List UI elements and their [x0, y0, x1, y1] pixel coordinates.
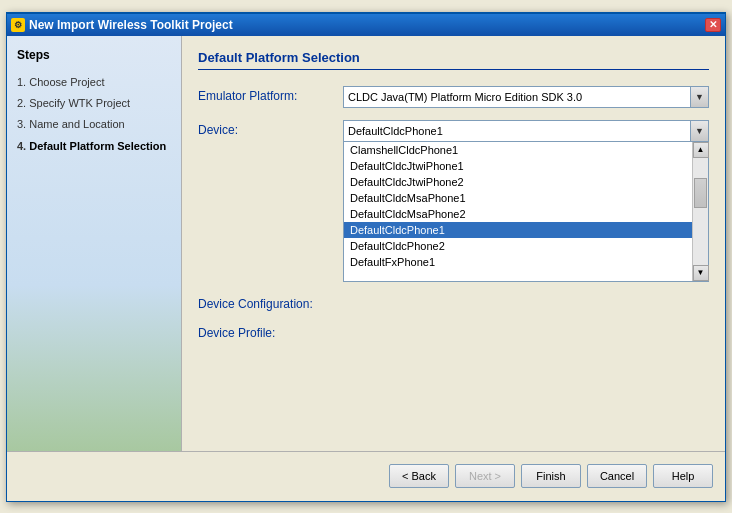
- list-item[interactable]: ClamshellCldcPhone1: [344, 142, 692, 158]
- bottom-bar: < Back Next > Finish Cancel Help: [7, 451, 725, 501]
- device-config-row: Device Configuration:: [198, 294, 709, 311]
- window-icon: ⚙: [11, 18, 25, 32]
- device-dropdown[interactable]: DefaultCldcPhone1 ▼: [343, 120, 709, 142]
- emulator-platform-control: CLDC Java(TM) Platform Micro Edition SDK…: [343, 86, 709, 108]
- title-bar: ⚙ New Import Wireless Toolkit Project ✕: [7, 14, 725, 36]
- scroll-thumb[interactable]: [694, 178, 707, 208]
- title-bar-left: ⚙ New Import Wireless Toolkit Project: [11, 18, 233, 32]
- device-profile-row: Device Profile:: [198, 323, 709, 340]
- device-dropdown-container: DefaultCldcPhone1 ▼ ClamshellCldcPhone1D…: [343, 120, 709, 282]
- step-4: 4. Default Platform Selection: [17, 136, 171, 157]
- device-dropdown-arrow: ▼: [690, 121, 708, 141]
- emulator-platform-row: Emulator Platform: CLDC Java(TM) Platfor…: [198, 86, 709, 108]
- list-item[interactable]: DefaultCldcMsaPhone1: [344, 190, 692, 206]
- scroll-down-button[interactable]: ▼: [693, 265, 709, 281]
- cancel-button[interactable]: Cancel: [587, 464, 647, 488]
- next-button[interactable]: Next >: [455, 464, 515, 488]
- main-window: ⚙ New Import Wireless Toolkit Project ✕ …: [6, 12, 726, 502]
- device-list: ClamshellCldcPhone1DefaultCldcJtwiPhone1…: [344, 142, 692, 281]
- device-row: Device: DefaultCldcPhone1 ▼ ClamshellCld…: [198, 120, 709, 282]
- window-content: Steps 1. Choose Project 2. Specify WTK P…: [7, 36, 725, 451]
- sidebar: Steps 1. Choose Project 2. Specify WTK P…: [7, 36, 182, 451]
- scroll-up-button[interactable]: ▲: [693, 142, 709, 158]
- sidebar-title: Steps: [17, 48, 171, 62]
- close-button[interactable]: ✕: [705, 18, 721, 32]
- finish-button[interactable]: Finish: [521, 464, 581, 488]
- device-list-container: ClamshellCldcPhone1DefaultCldcJtwiPhone1…: [343, 142, 709, 282]
- scroll-track: [693, 158, 708, 265]
- device-profile-label: Device Profile:: [198, 323, 343, 340]
- form-area: Emulator Platform: CLDC Java(TM) Platfor…: [198, 86, 709, 437]
- list-item[interactable]: DefaultCldcPhone1: [344, 222, 692, 238]
- emulator-platform-label: Emulator Platform:: [198, 86, 343, 103]
- section-title: Default Platform Selection: [198, 50, 709, 70]
- list-item[interactable]: DefaultCldcJtwiPhone1: [344, 158, 692, 174]
- help-button[interactable]: Help: [653, 464, 713, 488]
- window-title: New Import Wireless Toolkit Project: [29, 18, 233, 32]
- list-item[interactable]: DefaultCldcJtwiPhone2: [344, 174, 692, 190]
- device-scrollbar: ▲ ▼: [692, 142, 708, 281]
- device-config-label: Device Configuration:: [198, 294, 343, 311]
- back-button[interactable]: < Back: [389, 464, 449, 488]
- device-label: Device:: [198, 120, 343, 137]
- step-3: 3. Name and Location: [17, 114, 171, 135]
- emulator-platform-arrow: ▼: [690, 87, 708, 107]
- list-item[interactable]: DefaultCldcPhone2: [344, 238, 692, 254]
- main-content: Default Platform Selection Emulator Plat…: [182, 36, 725, 451]
- emulator-platform-dropdown[interactable]: CLDC Java(TM) Platform Micro Edition SDK…: [343, 86, 709, 108]
- list-item[interactable]: DefaultCldcMsaPhone2: [344, 206, 692, 222]
- emulator-platform-value: CLDC Java(TM) Platform Micro Edition SDK…: [348, 91, 690, 103]
- list-item[interactable]: DefaultFxPhone1: [344, 254, 692, 270]
- device-value: DefaultCldcPhone1: [348, 125, 690, 137]
- step-2: 2. Specify WTK Project: [17, 93, 171, 114]
- step-1: 1. Choose Project: [17, 72, 171, 93]
- steps-list: 1. Choose Project 2. Specify WTK Project…: [17, 72, 171, 158]
